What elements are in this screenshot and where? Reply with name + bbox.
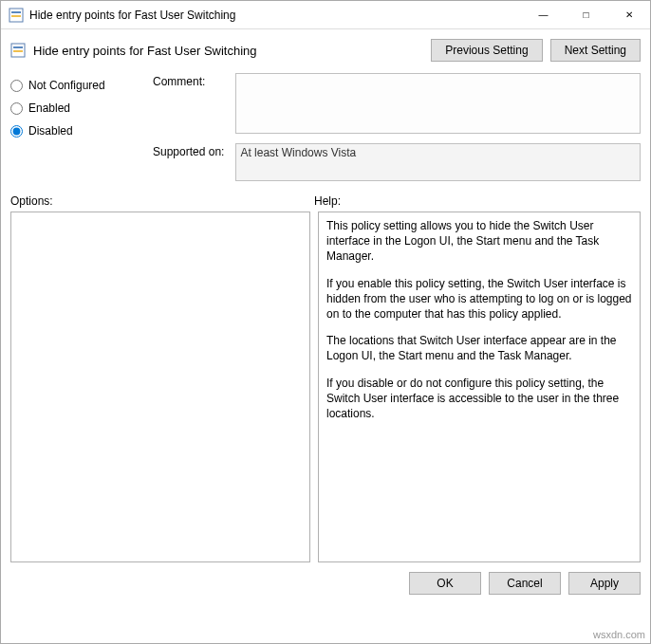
watermark: wsxdn.com [593, 629, 645, 640]
window-controls: — □ ✕ [522, 1, 650, 28]
titlebar: Hide entry points for Fast User Switchin… [1, 1, 650, 29]
svg-rect-2 [11, 15, 21, 17]
radio-not-configured[interactable]: Not Configured [10, 79, 143, 92]
radio-label: Enabled [28, 101, 70, 115]
svg-rect-4 [13, 46, 23, 48]
next-setting-button[interactable]: Next Setting [550, 39, 641, 62]
header-row: Hide entry points for Fast User Switchin… [1, 29, 650, 67]
help-paragraph: If you disable or do not configure this … [326, 376, 632, 422]
comment-label: Comment: [153, 73, 228, 134]
state-radio-group: Not Configured Enabled Disabled [10, 73, 143, 181]
help-panel: This policy setting allows you to hide t… [318, 212, 641, 562]
apply-button[interactable]: Apply [568, 572, 641, 595]
help-paragraph: This policy setting allows you to hide t… [326, 218, 632, 265]
close-button[interactable]: ✕ [607, 1, 650, 28]
panels: This policy setting allows you to hide t… [1, 212, 650, 562]
help-label: Help: [314, 194, 341, 208]
supported-on-value [235, 143, 641, 181]
section-labels: Options: Help: [1, 181, 650, 212]
maximize-button[interactable]: □ [565, 1, 607, 28]
footer: OK Cancel Apply [1, 562, 650, 604]
radio-label: Not Configured [28, 79, 105, 92]
previous-setting-button[interactable]: Previous Setting [431, 39, 542, 62]
radio-disabled[interactable]: Disabled [10, 124, 143, 138]
supported-on-label: Supported on: [153, 143, 228, 158]
policy-icon [9, 8, 24, 23]
comment-textarea[interactable] [235, 73, 641, 134]
options-panel [10, 212, 310, 562]
radio-enabled[interactable]: Enabled [10, 101, 143, 115]
radio-label: Disabled [28, 124, 73, 138]
policy-icon [10, 43, 26, 58]
options-label: Options: [10, 194, 314, 208]
help-paragraph: If you enable this policy setting, the S… [326, 276, 632, 322]
svg-rect-5 [13, 50, 23, 52]
policy-name: Hide entry points for Fast User Switchin… [33, 44, 431, 58]
svg-rect-1 [11, 11, 21, 13]
cancel-button[interactable]: Cancel [489, 572, 561, 595]
body-grid: Not Configured Enabled Disabled Comment:… [1, 67, 650, 181]
ok-button[interactable]: OK [409, 572, 481, 595]
minimize-button[interactable]: — [522, 1, 565, 28]
help-paragraph: The locations that Switch User interface… [326, 333, 632, 363]
window-title: Hide entry points for Fast User Switchin… [29, 9, 522, 22]
